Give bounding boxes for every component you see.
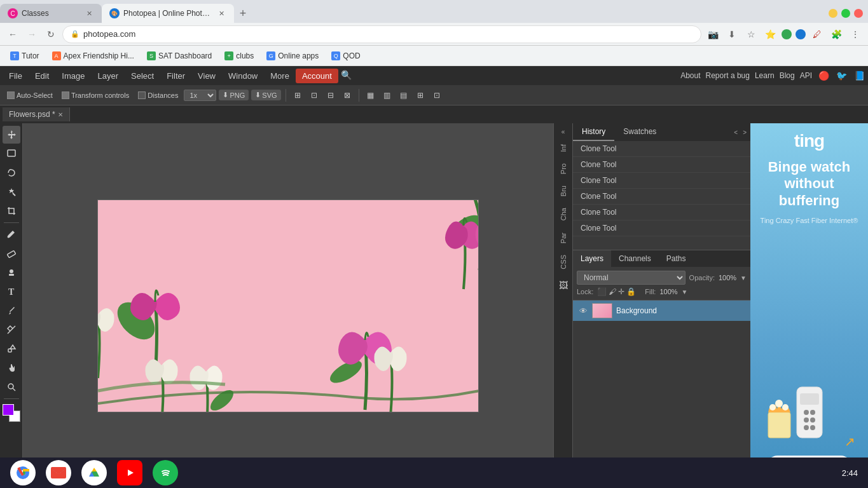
menu-search-icon[interactable]: 🔍	[341, 70, 352, 81]
menu-select[interactable]: Select	[125, 69, 160, 83]
menu-edit[interactable]: Edit	[29, 69, 55, 83]
auto-select-checkbox[interactable]	[7, 92, 15, 99]
move-tool[interactable]	[3, 126, 20, 144]
taskbar-icon-drive[interactable]	[81, 460, 107, 485]
hand-tool[interactable]	[3, 359, 20, 377]
taskbar-icon-spotify[interactable]	[153, 460, 178, 485]
api-link[interactable]: API	[800, 71, 812, 80]
magic-wand-tool[interactable]	[3, 183, 20, 201]
tab-add-button[interactable]: +	[234, 4, 252, 22]
reddit-icon[interactable]: 🔴	[817, 69, 830, 82]
eyedropper-tool[interactable]	[3, 302, 20, 320]
distances-option[interactable]: Distances	[135, 90, 181, 100]
blend-mode-select[interactable]: Normal Multiply Screen Overlay	[577, 271, 685, 285]
tab-paths[interactable]: Paths	[659, 250, 694, 267]
tab-channels[interactable]: Channels	[611, 250, 659, 267]
panel-collapse-left[interactable]: <	[733, 128, 739, 137]
lock-brush-icon[interactable]: 🖌	[609, 287, 616, 296]
auto-select-option[interactable]: Auto-Select	[4, 90, 56, 100]
bookmark-apex[interactable]: A Apex Friendship Hi...	[47, 49, 139, 63]
history-item-2[interactable]: Clone Tool	[573, 157, 750, 173]
history-item-3[interactable]: Clone Tool	[573, 173, 750, 189]
taskbar-icon-gmail[interactable]	[46, 460, 71, 485]
canvas-image[interactable]	[97, 200, 479, 412]
url-input[interactable]: 🔒 photopea.com	[62, 25, 701, 43]
report-bug-link[interactable]: Report a bug	[706, 71, 750, 80]
menu-view[interactable]: View	[191, 69, 222, 83]
tab-history[interactable]: History	[573, 123, 614, 141]
menu-image[interactable]: Image	[55, 69, 91, 83]
bookmark-icon[interactable]: ☆	[743, 27, 759, 42]
panel-inf[interactable]: Inf	[557, 139, 570, 157]
distribute-btn-2[interactable]: ▥	[380, 88, 394, 102]
panel-pro[interactable]: Pro	[557, 158, 570, 179]
history-item-5[interactable]: Clone Tool	[573, 205, 750, 220]
twitter-icon[interactable]: 🐦	[835, 69, 848, 82]
selection-tool[interactable]	[3, 145, 20, 163]
facebook-icon[interactable]: 📘	[853, 69, 865, 82]
fill-dropdown-arrow[interactable]: ▼	[682, 288, 688, 295]
export-png-btn[interactable]: ⬇ PNG	[219, 90, 249, 100]
doc-tab-flowers[interactable]: Flowers.psd * ✕	[3, 107, 70, 121]
export-svg-btn[interactable]: ⬇ SVG	[251, 90, 280, 100]
align-btn-3[interactable]: ⊟	[324, 88, 338, 102]
distribute-btn-3[interactable]: ▤	[397, 88, 411, 102]
panel-cha[interactable]: Cha	[557, 203, 570, 226]
align-btn-2[interactable]: ⊡	[307, 88, 321, 102]
taskbar-icon-chrome[interactable]	[10, 460, 36, 485]
color-swatches[interactable]	[3, 404, 20, 422]
forward-button[interactable]: →	[24, 27, 39, 42]
distribute-btn-5[interactable]: ⊡	[430, 88, 444, 102]
panel-expand[interactable]: >	[741, 128, 748, 137]
align-btn-1[interactable]: ⊞	[291, 88, 305, 102]
chrome-close-btn[interactable]	[854, 9, 863, 18]
bookmark-clubs[interactable]: + clubs	[219, 49, 259, 63]
chrome-maximize-btn[interactable]	[841, 9, 850, 18]
menu-more[interactable]: More	[264, 69, 296, 83]
layer-visibility-toggle[interactable]: 👁	[578, 306, 588, 316]
shape-tool[interactable]	[3, 340, 20, 358]
more-icon[interactable]: ⋮	[848, 27, 863, 42]
zoom-select[interactable]: 1x 2x 0.5x	[184, 90, 216, 101]
crop-tool[interactable]	[3, 202, 20, 220]
opacity-value[interactable]: 100%	[719, 274, 736, 281]
panel-image-icon[interactable]: 🖼	[556, 278, 570, 293]
panel-css[interactable]: CSS	[557, 250, 570, 274]
menu-window[interactable]: Window	[222, 69, 264, 83]
align-btn-4[interactable]: ⊠	[340, 88, 354, 102]
stamp-tool[interactable]	[3, 264, 20, 281]
puzzle-icon[interactable]: 🧩	[829, 27, 844, 42]
lock-padlock-icon[interactable]: 🔒	[626, 287, 636, 296]
transform-controls-checkbox[interactable]	[62, 92, 69, 99]
learn-link[interactable]: Learn	[755, 71, 775, 80]
brush-tool[interactable]	[3, 226, 20, 243]
distances-checkbox[interactable]	[138, 92, 146, 99]
tab-swatches[interactable]: Swatches	[614, 123, 665, 141]
tab-close-classes[interactable]: ✕	[84, 8, 94, 18]
lasso-tool[interactable]	[3, 164, 20, 182]
download-icon[interactable]: ⬇	[724, 27, 740, 42]
bookmark-online-apps[interactable]: G Online apps	[261, 49, 324, 63]
panel-bru[interactable]: Bru	[557, 180, 570, 201]
zoom-tool[interactable]	[3, 378, 20, 396]
transform-controls-option[interactable]: Transform controls	[59, 90, 132, 100]
foreground-color-swatch[interactable]	[3, 404, 14, 416]
history-item-6[interactable]: Clone Tool	[573, 220, 750, 236]
bookmark-sat[interactable]: S SAT Dashboard	[142, 49, 217, 63]
collapse-arrow-left[interactable]: «	[559, 126, 568, 138]
back-button[interactable]: ←	[5, 27, 20, 42]
doc-tab-close-icon[interactable]: ✕	[58, 111, 63, 118]
fill-value[interactable]: 100%	[659, 288, 677, 295]
menu-filter[interactable]: Filter	[160, 69, 191, 83]
menu-account[interactable]: Account	[296, 69, 338, 83]
transform-tool[interactable]	[3, 321, 20, 339]
bookmark-tutor[interactable]: T Tutor	[5, 49, 45, 63]
cast-icon[interactable]: 📷	[705, 27, 720, 42]
eraser-tool[interactable]	[3, 245, 20, 262]
about-link[interactable]: About	[680, 71, 700, 80]
layer-item-background[interactable]: 👁 Background	[573, 301, 750, 321]
chrome-minimize-btn[interactable]	[829, 9, 837, 18]
taskbar-icon-youtube[interactable]	[117, 460, 142, 485]
lock-checkerboard-icon[interactable]: ⬛	[597, 287, 607, 296]
menu-layer[interactable]: Layer	[92, 69, 125, 83]
